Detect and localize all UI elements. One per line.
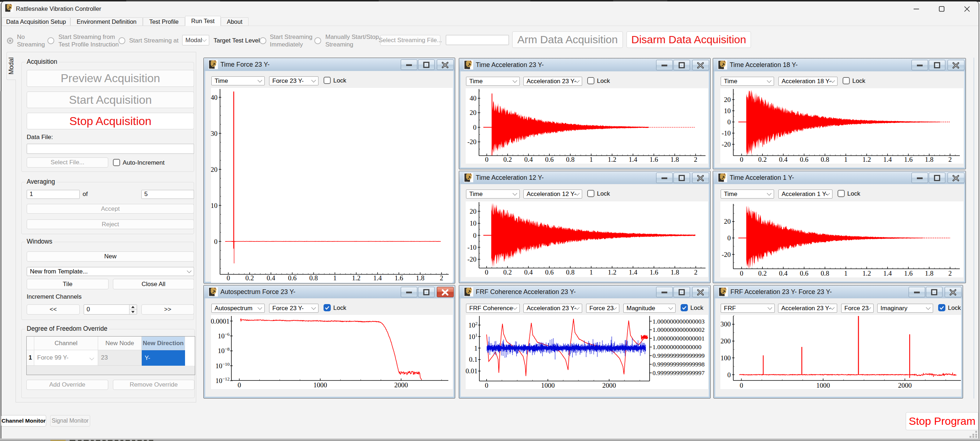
svg-text:1.4: 1.4 [883, 155, 892, 163]
svg-text:2000: 2000 [898, 382, 912, 389]
svg-text:2: 2 [948, 270, 952, 277]
svg-text:2: 2 [694, 155, 698, 163]
svg-text:1.2: 1.2 [608, 268, 616, 276]
svg-text:0.6: 0.6 [800, 155, 809, 163]
svg-text:1: 1 [589, 268, 593, 276]
svg-text:-20: -20 [468, 138, 476, 146]
svg-text:0: 0 [473, 124, 477, 131]
svg-text:-20: -20 [722, 141, 731, 148]
svg-text:0: 0 [740, 270, 743, 277]
svg-text:1.8: 1.8 [925, 270, 934, 277]
svg-text:-10: -10 [468, 244, 476, 251]
svg-text:0.0001: 0.0001 [211, 317, 230, 325]
svg-text:0: 0 [485, 268, 488, 276]
svg-text:1: 1 [474, 344, 478, 352]
svg-text:1: 1 [333, 274, 337, 282]
svg-text:-10: -10 [722, 129, 731, 137]
svg-text:0: 0 [214, 238, 218, 245]
svg-text:0.6: 0.6 [545, 268, 554, 276]
svg-text:1.00000000000000: 1.00000000000000 [652, 343, 702, 351]
svg-text:1.6: 1.6 [904, 155, 913, 163]
svg-text:1.2: 1.2 [352, 274, 361, 282]
svg-text:1: 1 [844, 155, 848, 163]
svg-text:2: 2 [948, 155, 952, 163]
svg-text:0.8: 0.8 [566, 268, 574, 276]
svg-text:0: 0 [473, 232, 477, 239]
svg-text:0: 0 [727, 234, 731, 242]
svg-text:1.8: 1.8 [671, 268, 679, 276]
svg-text:1.8: 1.8 [416, 274, 425, 282]
svg-text:0.999999999999999: 0.999999999999999 [652, 352, 705, 359]
svg-text:0.2: 0.2 [504, 155, 512, 163]
svg-text:0.8: 0.8 [309, 274, 318, 282]
svg-text:2000: 2000 [394, 381, 408, 389]
svg-text:2: 2 [440, 274, 443, 282]
svg-text:10: 10 [724, 107, 731, 114]
svg-text:0.2: 0.2 [245, 274, 254, 282]
svg-text:1: 1 [844, 270, 848, 277]
svg-text:1.8: 1.8 [925, 155, 934, 163]
svg-text:0.1: 0.1 [469, 355, 477, 363]
svg-text:1.4: 1.4 [629, 155, 637, 163]
svg-text:10: 10 [469, 219, 476, 227]
svg-text:-20: -20 [468, 255, 476, 263]
svg-text:1.4: 1.4 [883, 270, 892, 277]
svg-text:2: 2 [694, 268, 698, 276]
svg-text:1000: 1000 [313, 381, 327, 389]
svg-text:0: 0 [740, 155, 743, 163]
svg-text:0.01: 0.01 [466, 367, 477, 375]
svg-text:1.2: 1.2 [862, 155, 871, 163]
svg-text:1.8: 1.8 [671, 155, 679, 163]
svg-text:0.999999999999998: 0.999999999999998 [652, 361, 705, 368]
svg-text:20: 20 [469, 208, 476, 215]
svg-text:0.6: 0.6 [288, 274, 296, 282]
svg-text:20: 20 [469, 109, 476, 116]
svg-text:0.6: 0.6 [545, 155, 554, 163]
svg-text:0.4: 0.4 [779, 155, 788, 163]
svg-text:10: 10 [211, 202, 218, 209]
svg-text:40: 40 [469, 94, 476, 102]
svg-text:1.6: 1.6 [650, 268, 658, 276]
svg-text:1000: 1000 [816, 382, 830, 389]
svg-text:0.8: 0.8 [566, 155, 574, 163]
svg-text:300: 300 [721, 320, 731, 328]
svg-text:0.2: 0.2 [503, 268, 512, 276]
svg-text:-20: -20 [722, 251, 731, 259]
svg-text:0: 0 [238, 381, 241, 389]
svg-text:20: 20 [724, 217, 731, 225]
svg-text:0.999999999999997: 0.999999999999997 [652, 369, 705, 376]
svg-text:0.8: 0.8 [821, 155, 829, 163]
svg-text:1.2: 1.2 [862, 270, 871, 277]
svg-text:1.000000000000002: 1.000000000000002 [652, 326, 705, 333]
svg-text:1.2: 1.2 [608, 155, 616, 163]
svg-text:1.6: 1.6 [904, 270, 913, 277]
svg-text:200: 200 [721, 337, 731, 345]
svg-text:40: 40 [211, 94, 218, 101]
svg-text:0.4: 0.4 [524, 268, 533, 276]
svg-text:1.000000000000001: 1.000000000000001 [652, 335, 705, 342]
svg-text:1.4: 1.4 [629, 268, 637, 276]
svg-text:0: 0 [727, 371, 731, 379]
svg-text:0.2: 0.2 [758, 270, 767, 277]
svg-text:30: 30 [211, 130, 218, 137]
svg-text:100: 100 [721, 354, 731, 362]
svg-text:0.4: 0.4 [524, 155, 533, 163]
svg-text:1.000000000000003: 1.000000000000003 [652, 318, 705, 325]
svg-text:0: 0 [485, 382, 488, 389]
svg-text:0.4: 0.4 [267, 274, 275, 282]
svg-text:0: 0 [226, 274, 230, 282]
svg-text:20: 20 [211, 166, 218, 173]
svg-text:Modal: Modal [8, 57, 15, 75]
svg-text:0: 0 [740, 382, 743, 389]
svg-text:1.4: 1.4 [373, 274, 382, 282]
svg-text:0.8: 0.8 [821, 270, 829, 277]
svg-text:2000: 2000 [602, 382, 616, 389]
svg-text:0.2: 0.2 [758, 155, 767, 163]
svg-text:0: 0 [485, 155, 489, 163]
svg-text:1.6: 1.6 [395, 274, 403, 282]
svg-text:0: 0 [727, 118, 731, 126]
svg-text:20: 20 [724, 96, 731, 103]
svg-text:0.6: 0.6 [800, 270, 809, 277]
svg-text:1000: 1000 [541, 382, 555, 389]
svg-text:0.4: 0.4 [779, 270, 788, 277]
